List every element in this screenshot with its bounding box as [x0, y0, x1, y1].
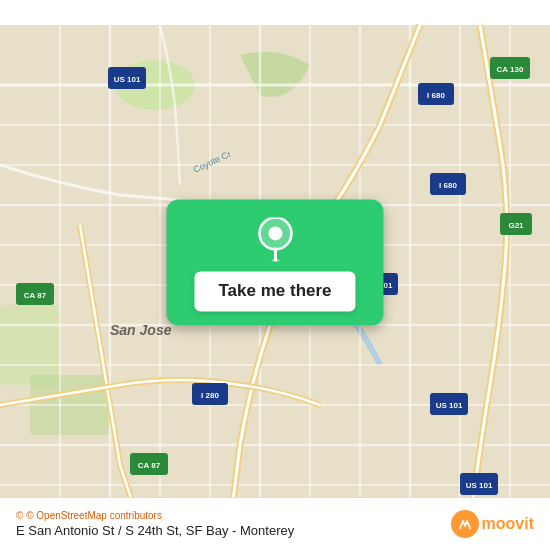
svg-text:US 101: US 101 — [114, 75, 141, 84]
attribution-icon: © — [16, 510, 23, 521]
svg-text:CA 87: CA 87 — [138, 461, 161, 470]
svg-text:San Jose: San Jose — [110, 322, 172, 338]
svg-point-51 — [268, 226, 282, 240]
bottom-bar-left: © © OpenStreetMap contributors E San Ant… — [16, 510, 294, 538]
map-container: US 101 I 680 I 680 CA 130 G21 CA 87 US 1… — [0, 0, 550, 550]
svg-text:I 680: I 680 — [427, 91, 445, 100]
svg-text:CA 130: CA 130 — [497, 65, 524, 74]
green-card: Take me there — [166, 199, 383, 325]
svg-rect-2 — [0, 305, 60, 385]
moovit-logo: moovit — [451, 510, 534, 538]
moovit-text: moovit — [482, 515, 534, 533]
take-me-there-button[interactable]: Take me there — [194, 271, 355, 311]
svg-text:CA 87: CA 87 — [24, 291, 47, 300]
svg-text:I 280: I 280 — [201, 391, 219, 400]
location-label: E San Antonio St / S 24th St, SF Bay - M… — [16, 523, 294, 538]
moovit-logo-icon — [451, 510, 479, 538]
attribution-text: © OpenStreetMap contributors — [26, 510, 162, 521]
location-pin-icon — [257, 217, 293, 261]
svg-text:US 101: US 101 — [466, 481, 493, 490]
svg-text:US 101: US 101 — [436, 401, 463, 410]
svg-text:I 680: I 680 — [439, 181, 457, 190]
cta-container: Take me there — [166, 199, 383, 325]
bottom-bar: © © OpenStreetMap contributors E San Ant… — [0, 497, 550, 550]
svg-text:G21: G21 — [508, 221, 524, 230]
map-attribution: © © OpenStreetMap contributors — [16, 510, 294, 521]
svg-point-52 — [271, 259, 279, 262]
